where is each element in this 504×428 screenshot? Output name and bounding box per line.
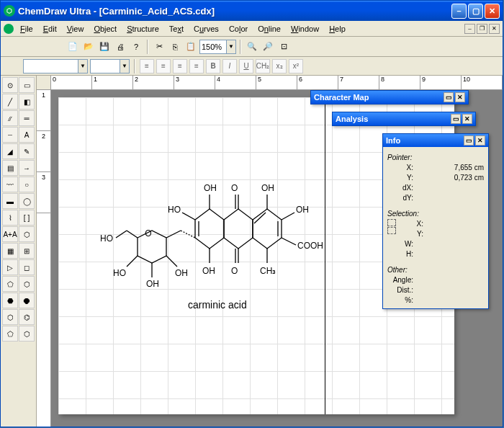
svg-line-21	[116, 231, 127, 238]
analysis-panel[interactable]: Analysis ▭ ✕	[332, 112, 476, 126]
doc-close-button[interactable]: ✕	[489, 24, 500, 34]
dropdown-arrow-icon[interactable]: ▼	[78, 60, 87, 73]
panel-header[interactable]: Analysis ▭ ✕	[333, 112, 475, 125]
tlc-tool[interactable]: ⊞	[19, 243, 35, 259]
panel-header[interactable]: Info ▭ ✕	[383, 134, 488, 147]
menu-object[interactable]: Object	[89, 23, 122, 35]
cycloheptane-tool[interactable]: ⬣	[2, 293, 18, 308]
svg-line-19	[181, 231, 195, 238]
text-tool[interactable]: A	[19, 127, 35, 143]
molecule-caption[interactable]: carminic acid	[188, 299, 247, 311]
panel-minimize-button[interactable]: ▭	[451, 114, 461, 124]
underline-button[interactable]: U	[239, 59, 253, 73]
format-toolbar: ▼ ▼ ≡ ≡ ≡ ≡ B I U CH₂ x₂ x²	[1, 57, 503, 76]
arrow-tool[interactable]: →	[19, 160, 35, 176]
new-button[interactable]: 📄	[66, 40, 80, 54]
panel-close-button[interactable]: ✕	[462, 114, 472, 124]
print-button[interactable]: 🖨	[113, 40, 127, 54]
open-button[interactable]: 📂	[81, 40, 96, 54]
bold-button[interactable]: B	[206, 59, 220, 73]
italic-button[interactable]: I	[222, 59, 237, 73]
menu-file[interactable]: File	[15, 23, 38, 35]
zoom-input[interactable]	[200, 43, 226, 51]
table-tool[interactable]: ▦	[2, 243, 18, 259]
cyclohexadiene-tool[interactable]: ⬡	[19, 326, 35, 342]
help-button[interactable]: ?	[129, 40, 143, 54]
close-button[interactable]: ✕	[485, 4, 500, 19]
shape-tool[interactable]: ◯	[19, 193, 35, 209]
panel-close-button[interactable]: ✕	[455, 92, 465, 102]
cyclopentane-tool[interactable]: ⬠	[2, 276, 18, 292]
ring-tool[interactable]: ◻	[19, 259, 35, 275]
wedge-tool[interactable]: ◢	[2, 143, 18, 159]
tool-palette: ⊙ ▭ ╱ ◧ ⫽ ═ ┄ A ◢ ✎ ▤ → 〰 ○ ▬ ◯ ⌇ [ ] A+…	[1, 76, 37, 427]
cut-button[interactable]: ✂	[152, 40, 166, 54]
menu-curves[interactable]: Curves	[189, 23, 224, 35]
maximize-button[interactable]: ▢	[468, 4, 483, 19]
marquee-tool[interactable]: ▭	[19, 77, 35, 93]
panel-header[interactable]: Character Map ▭ ✕	[311, 91, 468, 104]
doc-minimize-button[interactable]: –	[464, 24, 475, 34]
cyclopentadiene-tool[interactable]: ⬠	[2, 326, 18, 342]
wavy-bond-tool[interactable]: 〰	[2, 177, 18, 192]
titlebar[interactable]: ⬡ ChemDraw Ultra - [Carminic_Acid_ACS.cd…	[1, 1, 503, 21]
orbital-tool[interactable]: ○	[19, 177, 35, 192]
size-combo[interactable]: ▼	[90, 59, 130, 73]
eraser-tool[interactable]: ◧	[19, 94, 35, 110]
paste-button[interactable]: 📋	[184, 40, 198, 54]
zoom-in-button[interactable]: 🔍	[245, 40, 259, 54]
menu-help[interactable]: Help	[324, 23, 351, 35]
zoom-out-button[interactable]: 🔎	[261, 40, 275, 54]
benzene-tool[interactable]: ⌬	[19, 309, 35, 325]
atom-label: O	[231, 266, 238, 276]
ruler-horizontal[interactable]: 012345678910	[51, 76, 503, 90]
menubar: File Edit View Object Structure Text Cur…	[1, 21, 503, 37]
double-bond-tool[interactable]: ═	[19, 110, 35, 126]
bold-bond-tool[interactable]: ▬	[2, 193, 18, 209]
atom-label: OH	[261, 183, 274, 193]
info-panel[interactable]: Info ▭ ✕ Pointer: X:7,655 cm Y:0,723 cm …	[382, 133, 489, 309]
justify-button[interactable]: ≡	[189, 59, 204, 73]
reaction-tool[interactable]: A+A	[2, 226, 18, 242]
pen-tool[interactable]: ✎	[19, 143, 35, 159]
menu-color[interactable]: Color	[224, 23, 253, 35]
bracket-tool[interactable]: [ ]	[19, 210, 35, 226]
menu-text[interactable]: Text	[164, 23, 189, 35]
acyclic-tool[interactable]: ▷	[2, 259, 18, 275]
cyclooctane-tool[interactable]: ⯃	[19, 293, 35, 308]
character-map-panel[interactable]: Character Map ▭ ✕	[310, 90, 469, 104]
copy-button[interactable]: ⎘	[168, 40, 182, 54]
menu-structure[interactable]: Structure	[122, 23, 164, 35]
multi-bond-tool[interactable]: ⫽	[2, 110, 18, 126]
hash-bond-tool[interactable]: ▤	[2, 160, 18, 176]
panel-minimize-button[interactable]: ▭	[464, 135, 474, 146]
zoom-fit-button[interactable]: ⊡	[276, 40, 291, 54]
subscript-button[interactable]: x₂	[272, 59, 287, 73]
doc-restore-button[interactable]: ❐	[477, 24, 487, 34]
lasso-tool[interactable]: ⊙	[2, 77, 18, 93]
save-button[interactable]: 💾	[97, 40, 112, 54]
align-left-button[interactable]: ≡	[140, 59, 154, 73]
bond-tool[interactable]: ╱	[2, 94, 18, 110]
cyclohexane-chair-tool[interactable]: ⬡	[2, 309, 18, 325]
panel-minimize-button[interactable]: ▭	[444, 92, 454, 102]
formula-button[interactable]: CH₂	[256, 59, 270, 73]
superscript-button[interactable]: x²	[289, 59, 303, 73]
minimize-button[interactable]: –	[451, 4, 467, 19]
menu-edit[interactable]: Edit	[38, 23, 62, 35]
align-right-button[interactable]: ≡	[173, 59, 187, 73]
dash-bond-tool[interactable]: ┄	[2, 127, 18, 143]
menu-window[interactable]: Window	[286, 23, 324, 35]
panel-close-button[interactable]: ✕	[475, 135, 485, 146]
chain-tool[interactable]: ⌇	[2, 210, 18, 226]
menu-online[interactable]: Online	[253, 23, 286, 35]
font-combo[interactable]: ▼	[23, 59, 88, 73]
ruler-vertical[interactable]: 123	[37, 90, 51, 427]
dropdown-arrow-icon[interactable]: ▼	[120, 60, 129, 73]
menu-view[interactable]: View	[62, 23, 89, 35]
cyclohexane-tool[interactable]: ⬡	[19, 276, 35, 292]
align-center-button[interactable]: ≡	[156, 59, 171, 73]
zoom-combo[interactable]: ▼	[199, 40, 236, 54]
dropdown-arrow-icon[interactable]: ▼	[226, 40, 235, 53]
template-tool[interactable]: ⬡	[19, 226, 35, 242]
